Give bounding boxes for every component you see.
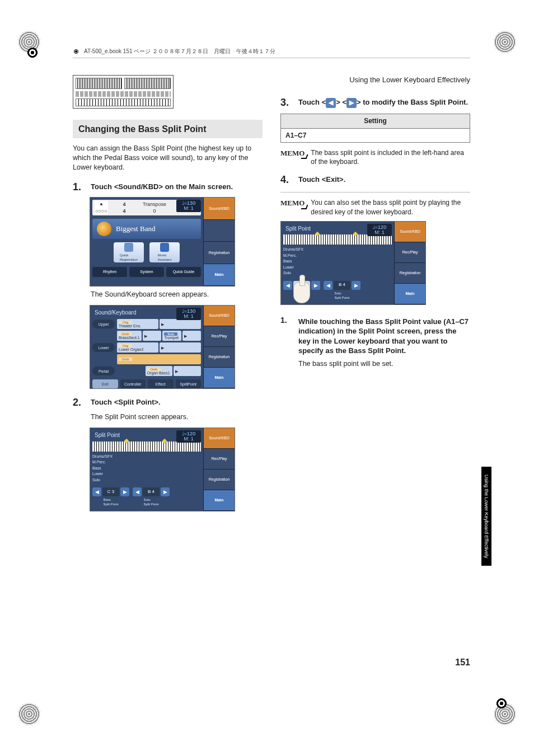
btn-effect[interactable]: Effect	[148, 379, 174, 388]
nav-right-icon[interactable]: ▶	[143, 331, 161, 341]
side-sound-kbd[interactable]: Sound/KBD	[204, 306, 235, 326]
lcd-split-2: Split Point Drums/SFX M.Perc. Bass Lower…	[280, 221, 426, 305]
right-arrow-icon: ▶	[346, 98, 357, 108]
lcd-split-1: Split Point Drums/SFX M.Perc. Bass Lower…	[90, 428, 235, 511]
page-number: 151	[455, 656, 470, 669]
nav-right-icon[interactable]: ▶	[174, 366, 201, 376]
nav-right-icon[interactable]: ▶	[160, 342, 201, 353]
step-3: 3. Touch <◀> <▶> to modify the Bass Spli…	[280, 96, 470, 109]
soft-music-assist[interactable]: MusicAssistant	[149, 242, 180, 262]
intro-text: You can assign the Bass Split Point (the…	[73, 144, 263, 172]
btn-rhythm[interactable]: Rhythm	[92, 267, 127, 277]
part-upper[interactable]: Upper	[92, 320, 115, 328]
side-registration[interactable]: Registration	[204, 242, 235, 264]
step-text: Touch <Split Point>.	[91, 396, 161, 409]
side-main[interactable]: Main	[395, 284, 425, 304]
nav-right-icon[interactable]: ▶	[160, 319, 201, 329]
slot-upper-solo[interactable]: SoloTrumpet	[162, 331, 181, 341]
step-4: 4. Touch <Exit>.	[280, 173, 470, 186]
soft-quick-reg[interactable]: QuickRegistration	[114, 242, 144, 262]
step-num: 4.	[280, 173, 293, 186]
side-registration[interactable]: Registration	[204, 347, 235, 368]
side-main[interactable]: Main	[204, 490, 235, 511]
setting-value: A1–C7	[281, 128, 470, 142]
bass-dec-icon[interactable]: ◀	[92, 487, 101, 496]
btn-exit[interactable]: Exit	[283, 304, 306, 305]
solo-dec-icon[interactable]: ◀	[133, 487, 142, 496]
lcd-sound-keyboard: Sound/Keyboard Upper OrgTheater Ens. ▶ O…	[90, 305, 235, 389]
step-num: 1.	[73, 180, 85, 194]
memo-1: MEMO The bass split point is included in…	[280, 148, 470, 166]
side-sound-kbd[interactable]: Sound/KBD	[204, 198, 235, 220]
setting-header: Setting	[281, 114, 470, 128]
bass-inc-icon[interactable]: ▶	[311, 281, 320, 290]
sub-step-num: 1.	[280, 315, 293, 356]
col-left: Changing the Bass Split Point You can as…	[73, 75, 263, 612]
side-recplay[interactable]: Rec/Play	[204, 326, 235, 347]
side-registration[interactable]: Registration	[395, 263, 425, 284]
bass-split-label: BassSplit Point	[103, 497, 118, 506]
hand-pointer-icon	[293, 282, 310, 303]
step-2: 2. Touch <Split Point>.	[73, 396, 263, 409]
kbd-miniature	[283, 234, 392, 245]
side-recplay[interactable]: Rec/Play	[395, 242, 425, 263]
solo-split-label: SoloSplit Point	[143, 497, 158, 506]
step-1: 1. Touch <Sound/KBD> on the Main screen.	[73, 180, 263, 194]
sub-step-text: While touching the Bass Split Point valu…	[298, 315, 470, 356]
kbd-miniature	[92, 442, 201, 452]
step-num: 3.	[280, 96, 293, 109]
step-text: Touch <◀> <▶> to modify the Bass Split P…	[298, 96, 468, 109]
bass-dec-icon[interactable]: ◀	[283, 281, 292, 290]
memo-text: The bass split point is included in the …	[311, 148, 470, 166]
divider	[280, 192, 470, 192]
page-content: AT-500_e.book 151 ページ ２００８年７月２８日 月曜日 午後４…	[73, 48, 470, 669]
bass-split-value[interactable]: C 3	[102, 487, 119, 496]
solo-split-value[interactable]: B 4	[334, 281, 350, 290]
side-main[interactable]: Main	[204, 264, 235, 287]
btn-quickguide[interactable]: Quick Guide	[166, 267, 201, 277]
tempo-box: ♩=130 M: 1	[176, 308, 201, 320]
reg-mark-tl	[25, 45, 40, 60]
solo-split-value[interactable]: B 4	[143, 487, 160, 496]
btn-exit[interactable]: Exit	[92, 379, 118, 388]
slot-upper-org[interactable]: OrgTheater Ens.	[117, 319, 158, 329]
step-num: 2.	[73, 396, 85, 409]
solo-inc-icon[interactable]: ▶	[161, 487, 170, 496]
memo-text: You can also set the bass split point by…	[311, 198, 470, 216]
tempo-box: ♩=120 M: 1	[176, 430, 201, 443]
slot-pedal-orch[interactable]: OrchOrgan Bass1	[146, 366, 173, 376]
part-pedal[interactable]: Pedal	[92, 367, 115, 375]
nav-right-icon[interactable]: ▶	[182, 331, 201, 341]
side-main[interactable]: Main	[204, 368, 235, 388]
btn-system[interactable]: System	[129, 267, 164, 277]
setting-table: Setting A1–C7	[280, 114, 470, 142]
step1-sub: The Sound/Keyboard screen appears.	[91, 290, 263, 299]
solo-dec-icon[interactable]: ◀	[324, 281, 332, 290]
reg-ring-bl	[18, 703, 40, 725]
step2-sub: The Split Point screen appears.	[91, 412, 263, 422]
slot-lower-org[interactable]: OrgLower Organ2	[117, 342, 158, 353]
section-heading: Changing the Bass Split Point	[73, 120, 263, 139]
keyboard-diagram	[73, 75, 174, 109]
side-sound-kbd[interactable]: Sound/KBD	[395, 222, 425, 242]
bass-inc-icon[interactable]: ▶	[120, 487, 129, 496]
page-section-title: Using the Lower Keyboard Effectively	[280, 75, 470, 85]
part-lower[interactable]: Lower	[92, 343, 115, 352]
reg-ring-tr	[494, 31, 516, 53]
side-blank[interactable]	[204, 220, 235, 242]
book-header: AT-500_e.book 151 ページ ２００８年７月２８日 月曜日 午後４…	[73, 48, 470, 58]
side-recplay[interactable]: Rec/Play	[204, 449, 235, 469]
header-text: AT-500_e.book 151 ページ ２００８年７月２８日 月曜日 午後４…	[84, 48, 275, 55]
btn-exit[interactable]: Exit	[92, 511, 115, 511]
solo-inc-icon[interactable]: ▶	[352, 281, 360, 290]
side-registration[interactable]: Registration	[204, 469, 235, 490]
slot-lower-orch[interactable]: Orch	[117, 354, 201, 364]
step-text: Touch <Exit>.	[298, 173, 345, 186]
side-sound-kbd[interactable]: Sound/KBD	[204, 428, 235, 449]
btn-controller[interactable]: Controller	[120, 379, 146, 388]
slot-upper-orch[interactable]: OrchBrassSect.1	[117, 331, 142, 341]
btn-splitpoint[interactable]: SplitPoint	[176, 379, 202, 388]
song-name: Biggest Band	[116, 224, 155, 234]
disc-icon	[97, 222, 111, 236]
lcd-song-banner[interactable]: Biggest Band	[92, 219, 201, 239]
